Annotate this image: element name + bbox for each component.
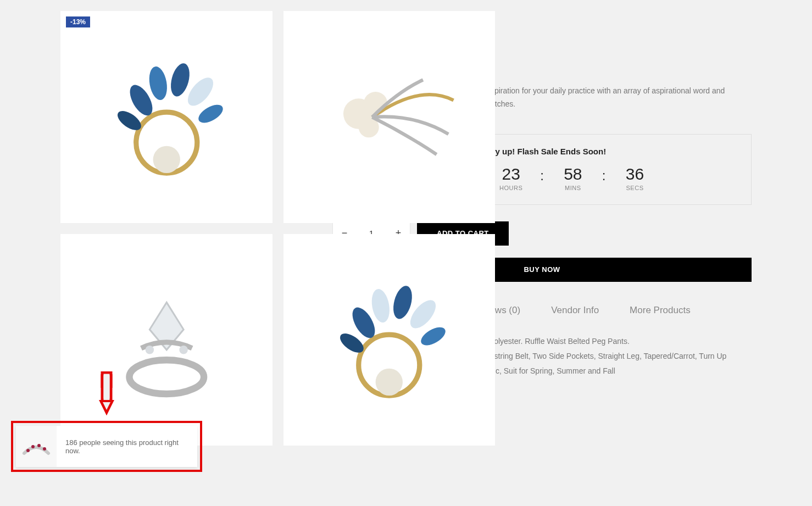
secs-value: 36 bbox=[610, 165, 660, 184]
annotation-highlight-border: 186 people seeing this product right now… bbox=[11, 421, 202, 472]
tab-vendor[interactable]: Vendor Info bbox=[551, 305, 599, 316]
popup-product-thumb bbox=[16, 426, 57, 467]
svg-point-4 bbox=[168, 61, 193, 98]
annotation-arrow-icon bbox=[96, 371, 118, 418]
svg-point-6 bbox=[195, 101, 225, 126]
countdown-mins: 58 MINS bbox=[548, 165, 598, 191]
svg-point-11 bbox=[129, 360, 204, 394]
svg-point-36 bbox=[37, 444, 41, 447]
svg-point-1 bbox=[153, 146, 180, 173]
secs-label: SECS bbox=[610, 185, 660, 191]
notification-popup[interactable]: 186 people seeing this product right now… bbox=[16, 426, 197, 467]
countdown-secs: 36 SECS bbox=[610, 165, 660, 191]
tab-more-products[interactable]: More Products bbox=[630, 305, 691, 316]
svg-point-34 bbox=[26, 449, 30, 452]
gallery-image-3[interactable] bbox=[60, 234, 272, 446]
discount-badge: -13% bbox=[66, 16, 90, 27]
svg-point-37 bbox=[43, 447, 46, 451]
product-image-brooch-blue bbox=[82, 32, 252, 202]
gallery-image-2[interactable] bbox=[283, 11, 496, 223]
countdown-separator: : bbox=[536, 165, 548, 184]
mins-label: MINS bbox=[548, 185, 598, 191]
popup-text: 186 people seeing this product right now… bbox=[57, 438, 197, 455]
mins-value: 58 bbox=[548, 165, 598, 184]
ring-thumb-icon bbox=[20, 430, 53, 463]
svg-point-35 bbox=[31, 445, 35, 448]
svg-point-12 bbox=[145, 346, 153, 354]
svg-point-18 bbox=[390, 284, 415, 321]
svg-point-13 bbox=[179, 346, 187, 354]
product-image-pearl-spray bbox=[304, 32, 474, 202]
countdown-separator: : bbox=[598, 165, 610, 184]
gallery-image-4[interactable] bbox=[283, 234, 496, 446]
svg-point-20 bbox=[418, 324, 448, 349]
svg-point-17 bbox=[370, 288, 392, 324]
gallery-image-1[interactable]: -13% bbox=[60, 11, 272, 223]
product-image-brooch-blue-alt bbox=[304, 255, 474, 425]
notification-popup-container: 186 people seeing this product right now… bbox=[11, 421, 202, 472]
svg-point-15 bbox=[376, 369, 403, 396]
svg-point-3 bbox=[147, 65, 169, 101]
